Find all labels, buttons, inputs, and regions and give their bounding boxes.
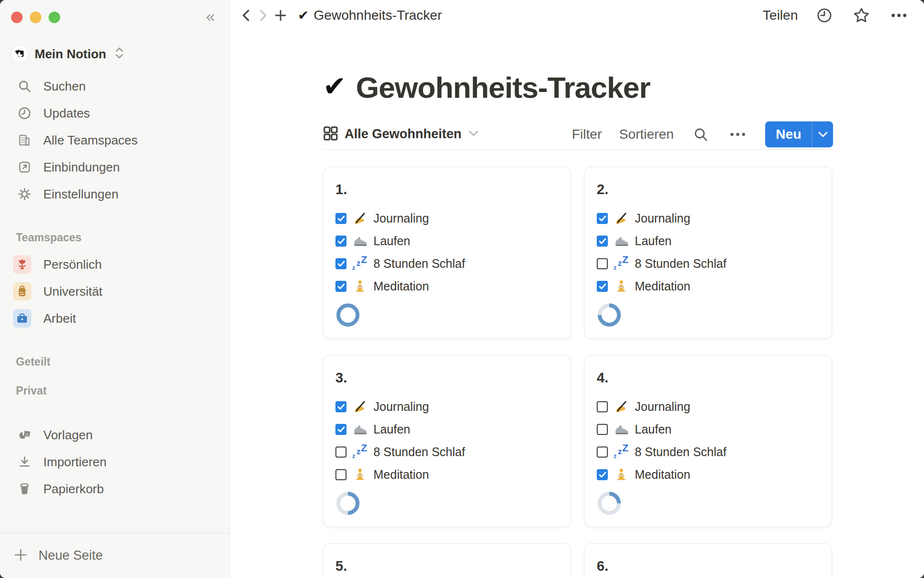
view-tab-alle-gewohnheiten[interactable]: Alle Gewohnheiten <box>323 126 479 143</box>
teamspace-label: Arbeit <box>43 311 76 326</box>
sidebar-item-label: Vorlagen <box>43 428 93 443</box>
sidebar-footer-menu: VorlagenImportierenPapierkorb <box>6 423 224 504</box>
writing-hand-icon <box>614 399 629 415</box>
progress-ring-50 <box>336 492 359 515</box>
ellipsis-icon[interactable] <box>888 11 910 20</box>
teamspaces-section-header[interactable]: Teamspaces <box>16 231 81 244</box>
back-button[interactable] <box>237 7 255 24</box>
new-tab-plus-icon[interactable] <box>272 7 289 24</box>
unchecked-checkbox[interactable] <box>597 424 608 435</box>
teamspace-label: Persönlich <box>43 257 102 272</box>
habit-row-journaling: Journaling <box>597 395 820 418</box>
up-down-chevrons-icon <box>115 47 124 61</box>
workspace-name: Mein Notion <box>35 47 106 62</box>
geteilt-section-header[interactable]: Geteilt <box>16 355 51 368</box>
sidebar-collapse-icon[interactable]: « <box>206 8 215 24</box>
sidebar-item-importieren[interactable]: Importieren <box>6 450 224 474</box>
habit-row-8-stunden-schlaf: zzZ8 Stunden Schlaf <box>597 441 820 463</box>
sidebar-item-label: Einstellungen <box>43 187 118 202</box>
unchecked-checkbox[interactable] <box>597 258 608 269</box>
zoom-window-button[interactable] <box>49 12 60 23</box>
teamspace-item-arbeit[interactable]: Arbeit <box>6 306 224 330</box>
writing-hand-icon <box>352 399 368 415</box>
unchecked-checkbox[interactable] <box>335 447 346 458</box>
teamspace-label: Universität <box>43 284 103 299</box>
running-shoe-icon <box>614 234 629 249</box>
topbar-actions: Teilen <box>763 5 910 26</box>
sidebar-item-suchen[interactable]: Suchen <box>6 74 224 98</box>
checked-checkbox[interactable] <box>597 469 608 480</box>
habit-card-3[interactable]: 3.JournalingLaufenzzZ8 Stunden SchlafMed… <box>323 355 571 527</box>
checked-checkbox[interactable] <box>335 213 346 224</box>
sidebar-item-papierkorb[interactable]: Papierkorb <box>6 477 224 501</box>
page-check-icon[interactable]: ✔ <box>323 70 346 103</box>
habit-label: Meditation <box>373 279 429 293</box>
privat-section-header[interactable]: Privat <box>16 384 47 397</box>
new-entry-dropdown[interactable] <box>812 121 833 147</box>
share-button[interactable]: Teilen <box>763 8 798 23</box>
checked-checkbox[interactable] <box>597 213 608 224</box>
teamspace-item-persönlich[interactable]: Persönlich <box>6 252 224 276</box>
meditation-lotus-icon <box>614 467 629 483</box>
zzz-sleep-icon: zzZ <box>614 256 629 272</box>
teamspace-item-universität[interactable]: Universität <box>6 279 224 303</box>
sidebar-item-einstellungen[interactable]: Einstellungen <box>6 182 224 206</box>
sidebar-item-label: Suchen <box>43 79 86 94</box>
breadcrumb[interactable]: ✔ Gewohnheits-Tracker <box>294 6 446 25</box>
sidebar-item-updates[interactable]: Updates <box>6 101 224 125</box>
new-entry-button[interactable]: Neu <box>765 121 833 147</box>
zzz-sleep-icon: zzZ <box>352 256 368 272</box>
habit-card-1[interactable]: 1.JournalingLaufenzzZ8 Stunden SchlafMed… <box>323 167 571 339</box>
unchecked-checkbox[interactable] <box>335 469 346 480</box>
new-page-button[interactable]: Neue Seite <box>0 533 230 578</box>
sidebar-item-einbindungen[interactable]: Einbindungen <box>6 155 224 179</box>
checked-checkbox[interactable] <box>335 401 346 412</box>
gallery-grid-icon <box>323 126 338 143</box>
minimize-window-button[interactable] <box>30 12 41 23</box>
search-icon[interactable] <box>691 125 710 144</box>
unchecked-checkbox[interactable] <box>597 447 608 458</box>
card-title: 5. <box>335 558 558 574</box>
habit-label: Laufen <box>635 422 671 436</box>
templates-shapes-icon <box>11 428 38 442</box>
habit-row-journaling: Journaling <box>335 395 558 418</box>
gear-icon <box>11 187 38 201</box>
habit-card-6[interactable]: 6.Journaling <box>584 543 832 578</box>
teamspace-icon-wrap <box>11 282 38 301</box>
checked-checkbox[interactable] <box>335 424 346 435</box>
habit-card-4[interactable]: 4.JournalingLaufenzzZ8 Stunden SchlafMed… <box>584 355 832 527</box>
habit-row-laufen: Laufen <box>335 418 558 441</box>
unchecked-checkbox[interactable] <box>597 401 608 412</box>
forward-button[interactable] <box>255 7 272 24</box>
sidebar-item-label: Updates <box>43 106 90 121</box>
workspace-switcher[interactable]: Mein Notion <box>11 42 124 66</box>
page-title-text[interactable]: Gewohnheits-Tracker <box>356 70 651 105</box>
zzz-sleep-icon: zzZ <box>352 445 368 460</box>
page-check-icon: ✔ <box>298 8 309 23</box>
ellipsis-icon[interactable] <box>728 130 748 139</box>
checked-checkbox[interactable] <box>597 236 608 247</box>
sort-button[interactable]: Sortieren <box>619 127 674 142</box>
sidebar-item-vorlagen[interactable]: Vorlagen <box>6 423 224 447</box>
checked-checkbox[interactable] <box>335 258 346 269</box>
topbar: ✔ Gewohnheits-Tracker Teilen <box>231 0 924 31</box>
card-title: 4. <box>597 370 820 386</box>
sidebar-item-label: Papierkorb <box>43 482 104 497</box>
new-entry-label[interactable]: Neu <box>765 121 812 147</box>
checked-checkbox[interactable] <box>335 281 346 292</box>
history-clock-icon[interactable] <box>814 5 834 26</box>
filter-button[interactable]: Filter <box>572 127 602 142</box>
card-title: 1. <box>335 182 558 197</box>
star-favorite-icon[interactable] <box>851 5 872 26</box>
habit-row-meditation: Meditation <box>335 463 558 486</box>
habit-label: 8 Stunden Schlaf <box>373 257 465 271</box>
sidebar-item-alle-teamspaces[interactable]: Alle Teamspaces <box>6 128 224 152</box>
habit-card-5[interactable]: 5.Journaling <box>323 543 571 578</box>
card-title: 2. <box>597 182 820 197</box>
checked-checkbox[interactable] <box>335 236 346 247</box>
notion-window: « Mein Notion SuchenUpdatesAlle Teamspac… <box>0 0 924 578</box>
habit-card-2[interactable]: 2.JournalingLaufenzzZ8 Stunden SchlafMed… <box>584 167 832 339</box>
habit-row-journaling: Journaling <box>335 207 558 230</box>
close-window-button[interactable] <box>11 12 23 23</box>
checked-checkbox[interactable] <box>597 281 608 292</box>
